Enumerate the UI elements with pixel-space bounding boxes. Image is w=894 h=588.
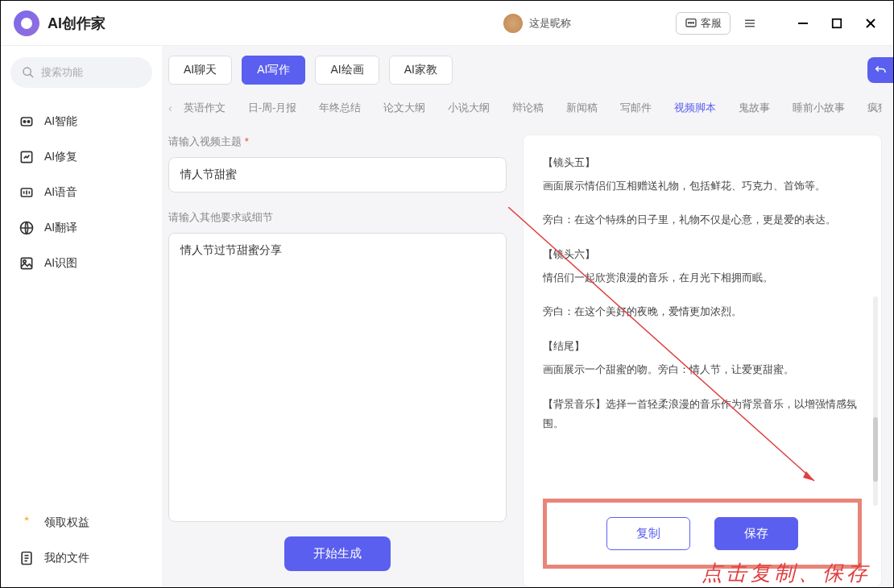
back-button[interactable] xyxy=(867,57,893,83)
search-placeholder: 搜索功能 xyxy=(41,65,83,80)
sub-tabs: ‹ 英语作文 日-周-月报 年终总结 论文大纲 小说大纲 辩论稿 新闻稿 写邮件… xyxy=(168,96,882,120)
window-controls xyxy=(793,14,880,33)
sub-tab[interactable]: 疯狂 xyxy=(856,96,882,120)
customer-service-button[interactable]: 客服 xyxy=(676,12,731,35)
ai-smart-icon xyxy=(19,114,35,130)
sub-tab-active[interactable]: 视频脚本 xyxy=(663,96,727,120)
ai-voice-icon xyxy=(19,184,35,201)
svg-rect-13 xyxy=(21,118,31,126)
sidebar-item-ai-image[interactable]: AI识图 xyxy=(10,246,152,281)
svg-point-15 xyxy=(27,121,30,123)
sidebar-item-ai-voice[interactable]: AI语音 xyxy=(10,175,152,210)
sub-tab[interactable]: 新闻稿 xyxy=(555,96,609,120)
sub-tab[interactable]: 鬼故事 xyxy=(727,96,781,120)
svg-point-3 xyxy=(693,22,693,23)
svg-rect-22 xyxy=(21,258,31,268)
output-text: 【镜头五】 画面展示情侣们互相赠送礼物，包括鲜花、巧克力、首饰等。 旁白：在这个… xyxy=(543,153,862,491)
svg-point-23 xyxy=(23,260,26,263)
user-avatar-icon[interactable] xyxy=(503,14,523,33)
app-title: AI创作家 xyxy=(48,14,106,33)
sidebar-item-label: AI翻译 xyxy=(44,221,77,235)
sub-tab[interactable]: 小说大纲 xyxy=(437,96,501,120)
svg-point-2 xyxy=(690,22,691,23)
sub-tab[interactable]: 辩论稿 xyxy=(501,96,555,120)
sub-tab[interactable]: 英语作文 xyxy=(172,96,237,120)
svg-line-12 xyxy=(30,74,33,77)
tab-ai-write[interactable]: AI写作 xyxy=(242,56,305,85)
ai-repair-icon xyxy=(19,149,35,165)
sub-tab[interactable]: 年终总结 xyxy=(308,96,372,120)
detail-textarea[interactable]: 情人节过节甜蜜分享 xyxy=(168,233,507,522)
close-button[interactable] xyxy=(861,14,880,33)
required-mark: * xyxy=(245,135,249,147)
sub-tab[interactable]: 论文大纲 xyxy=(372,96,437,120)
tab-ai-tutor[interactable]: AI家教 xyxy=(389,56,453,85)
svg-point-1 xyxy=(689,22,689,23)
svg-rect-8 xyxy=(833,19,842,27)
body: 搜索功能 AI智能 AI修复 AI语音 AI翻译 AI识图 xyxy=(1,46,893,587)
sidebar-item-files[interactable]: 我的文件 xyxy=(10,540,152,576)
sub-tab[interactable]: 睡前小故事 xyxy=(781,96,856,120)
chat-icon xyxy=(685,17,697,30)
search-icon xyxy=(22,66,35,79)
action-box: 复制 保存 xyxy=(543,499,862,569)
sidebar-item-ai-repair[interactable]: AI修复 xyxy=(10,139,152,175)
sidebar-item-label: AI修复 xyxy=(44,150,77,164)
tab-ai-chat[interactable]: AI聊天 xyxy=(168,56,232,85)
sidebar: 搜索功能 AI智能 AI修复 AI语音 AI翻译 AI识图 xyxy=(1,46,162,587)
svg-point-11 xyxy=(23,68,31,75)
output-pane[interactable]: 【镜头五】 画面展示情侣们互相赠送礼物，包括鲜花、巧克力、首饰等。 旁白：在这个… xyxy=(523,135,882,587)
return-arrow-icon xyxy=(873,63,888,77)
sidebar-item-ai-smart[interactable]: AI智能 xyxy=(10,104,152,139)
sidebar-item-ai-translate[interactable]: AI翻译 xyxy=(10,210,152,246)
user-nickname: 这是昵称 xyxy=(529,16,571,31)
customer-service-label: 客服 xyxy=(701,16,722,31)
tab-ai-draw[interactable]: AI绘画 xyxy=(315,56,379,85)
detail-label: 请输入其他要求或细节 xyxy=(168,210,507,225)
main-area: AI聊天 AI写作 AI绘画 AI家教 ‹ 英语作文 日-周-月报 年终总结 论… xyxy=(162,46,893,587)
hamburger-menu-button[interactable] xyxy=(739,12,761,35)
input-pane: 请输入视频主题 * 情人节甜蜜 请输入其他要求或细节 情人节过节甜蜜分享 开始生… xyxy=(168,135,507,587)
scrollbar-thumb[interactable] xyxy=(873,417,878,482)
sub-tab[interactable]: 日-周-月报 xyxy=(237,96,308,120)
topic-label: 请输入视频主题 * xyxy=(168,135,507,149)
save-button[interactable]: 保存 xyxy=(714,517,798,550)
content-area: 请输入视频主题 * 情人节甜蜜 请输入其他要求或细节 情人节过节甜蜜分享 开始生… xyxy=(168,135,882,587)
app-window: AI创作家 这是昵称 客服 搜索功能 AI智能 xyxy=(0,0,894,588)
minimize-button[interactable] xyxy=(793,14,813,33)
topic-input[interactable]: 情人节甜蜜 xyxy=(168,157,507,193)
svg-point-14 xyxy=(23,121,26,123)
sidebar-item-label: 我的文件 xyxy=(44,551,89,565)
files-icon xyxy=(19,550,35,566)
ai-translate-icon xyxy=(19,220,35,236)
sidebar-item-label: AI语音 xyxy=(44,185,77,200)
generate-button[interactable]: 开始生成 xyxy=(284,536,391,571)
sidebar-item-label: AI智能 xyxy=(44,114,77,129)
titlebar: AI创作家 这是昵称 客服 xyxy=(1,1,893,46)
app-logo-icon xyxy=(14,10,39,36)
ai-image-icon xyxy=(19,255,35,271)
copy-button[interactable]: 复制 xyxy=(606,517,690,550)
rights-icon xyxy=(19,515,35,531)
sub-tab[interactable]: 写邮件 xyxy=(609,96,663,120)
maximize-button[interactable] xyxy=(827,14,846,33)
sidebar-item-rights[interactable]: 领取权益 xyxy=(10,505,152,540)
sidebar-item-label: AI识图 xyxy=(44,256,77,271)
search-input[interactable]: 搜索功能 xyxy=(10,57,152,88)
main-tabs: AI聊天 AI写作 AI绘画 AI家教 xyxy=(168,56,882,85)
sidebar-item-label: 领取权益 xyxy=(44,516,89,530)
